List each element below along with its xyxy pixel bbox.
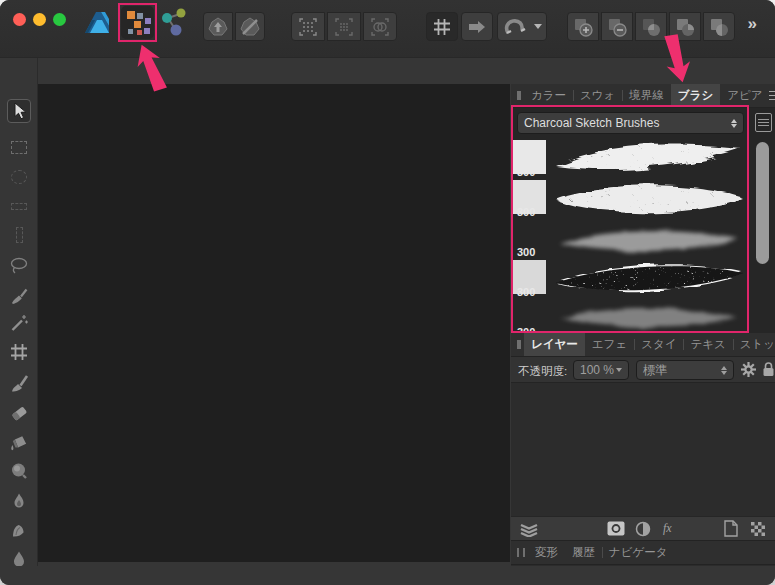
geometry-intersect-button[interactable]	[635, 12, 667, 41]
geometry-combine-button[interactable]	[703, 12, 735, 41]
marquee-circles-button[interactable]	[363, 12, 397, 41]
move-tool[interactable]	[7, 99, 31, 123]
studio-panels: カラー スウォ 境界線 ブラシ アピア Charcoal Sketch Brus…	[511, 84, 775, 566]
tab-stroke[interactable]: 境界線	[622, 84, 671, 107]
layer-options-row: 不透明度: 100 % 標準	[511, 357, 775, 383]
snapping-dropdown-caret-icon[interactable]	[534, 24, 542, 29]
tab-styles[interactable]: スタイ	[634, 333, 683, 356]
ellipse-marquee-tool[interactable]	[7, 165, 31, 189]
tab-swatches[interactable]: スウォ	[573, 84, 622, 107]
panel-drag-handle[interactable]	[517, 340, 521, 349]
rect-marquee-tool[interactable]	[7, 135, 31, 159]
brush-size-label: 300	[517, 166, 535, 178]
freehand-select-tool[interactable]	[7, 253, 31, 277]
panel-menu-button[interactable]	[769, 84, 775, 107]
brushes-panel: Charcoal Sketch Brushes 300 300 30	[511, 108, 775, 333]
geometry-add-button[interactable]	[567, 12, 599, 41]
erase-tool[interactable]	[7, 401, 31, 425]
brush-stroke-preview	[553, 219, 747, 259]
lock-icon[interactable]	[762, 361, 775, 380]
toolbar-overflow-chevron[interactable]: »	[748, 14, 757, 34]
brush-stroke-preview	[553, 299, 747, 333]
geometry-divide-button[interactable]	[669, 12, 701, 41]
new-layer-icon[interactable]	[724, 520, 738, 537]
snapping-magnet-button[interactable]	[497, 12, 547, 41]
screenshot: »	[0, 0, 775, 585]
tab-color[interactable]: カラー	[524, 84, 573, 107]
studio-tabrow-bottom: 変形 履歴 ナビゲータ	[511, 540, 775, 565]
tab-layers[interactable]: レイヤー	[524, 333, 585, 356]
tab-brushes[interactable]: ブラシ	[671, 84, 720, 107]
app-window: »	[0, 0, 775, 585]
new-pixel-layer-icon[interactable]	[750, 521, 766, 537]
tab-transform[interactable]: 変形	[528, 541, 565, 564]
adjustment-layer-icon[interactable]	[635, 521, 651, 537]
brush-stroke-preview	[553, 259, 747, 299]
window-bottom-chrome	[0, 566, 775, 585]
studio-tabrow-layers: レイヤー エフェ スタイ テキス ストッ	[511, 333, 775, 357]
export-persona-icon[interactable]	[160, 8, 188, 42]
flood-fill-tool[interactable]	[7, 431, 31, 455]
brush-item[interactable]: 300	[511, 179, 749, 219]
brush-stroke-preview	[553, 179, 747, 219]
insert-buttons-group	[203, 12, 265, 41]
marquee-dots-button[interactable]	[327, 12, 361, 41]
tab-appearance[interactable]: アピア	[720, 84, 769, 107]
paint-brush-tool[interactable]	[7, 371, 31, 395]
caret-down-icon	[616, 368, 622, 372]
marquee-grid-button[interactable]	[291, 12, 325, 41]
selection-mode-group	[291, 12, 397, 41]
brush-category-select[interactable]: Charcoal Sketch Brushes	[517, 112, 744, 134]
crop-tool[interactable]	[7, 340, 31, 364]
pixel-persona-icon[interactable]	[121, 6, 154, 39]
top-toolbar: »	[0, 0, 775, 58]
brush-size-label: 300	[517, 246, 535, 258]
tab-history[interactable]: 履歴	[565, 541, 602, 564]
tab-text[interactable]: テキス	[683, 333, 732, 356]
layer-list[interactable]	[511, 383, 775, 516]
column-marquee-tool[interactable]	[7, 223, 31, 247]
brush-size-label: 300	[517, 206, 535, 218]
burn-tool[interactable]	[7, 489, 31, 513]
studio-tabrow-top: カラー スウォ 境界線 ブラシ アピア	[511, 84, 775, 108]
fx-icon[interactable]: fx	[663, 521, 672, 536]
stack-layers-icon[interactable]	[519, 521, 539, 537]
panel-drag-handle[interactable]	[517, 548, 525, 557]
tab-stock[interactable]: ストッ	[733, 333, 775, 356]
zoom-button[interactable]	[53, 13, 66, 26]
brush-scrollbar-thumb[interactable]	[756, 142, 769, 264]
move-to-button[interactable]	[461, 12, 493, 41]
select-stepper-icon	[721, 366, 727, 375]
geometry-subtract-button[interactable]	[601, 12, 633, 41]
brush-stroke-preview	[553, 139, 747, 179]
opacity-select[interactable]: 100 %	[573, 360, 629, 380]
opacity-label: 不透明度:	[518, 364, 567, 379]
tools-sidebar	[0, 58, 38, 566]
tab-navigator[interactable]: ナビゲータ	[602, 541, 675, 564]
selection-brush-tool[interactable]	[7, 283, 31, 307]
geometry-group	[567, 12, 735, 41]
select-stepper-icon	[731, 119, 737, 128]
brush-item[interactable]: 300	[511, 219, 749, 259]
smudge-tool[interactable]	[7, 517, 31, 541]
dodge-tool[interactable]	[7, 459, 31, 483]
blend-options-gear-icon[interactable]	[740, 361, 757, 380]
insert-inside-button[interactable]	[203, 12, 233, 41]
insert-slash-button[interactable]	[235, 12, 265, 41]
row-marquee-tool[interactable]	[7, 194, 31, 218]
brush-list-view-button[interactable]	[755, 113, 772, 132]
layers-bottom-bar: fx	[511, 516, 775, 540]
blend-mode-select[interactable]: 標準	[636, 360, 734, 380]
document-canvas[interactable]	[38, 84, 510, 562]
brush-item[interactable]: 300	[511, 139, 749, 179]
brush-item[interactable]: 300	[511, 259, 749, 299]
close-button[interactable]	[13, 13, 26, 26]
grid-toggle-button[interactable]	[426, 12, 458, 41]
panel-drag-handle[interactable]	[517, 91, 521, 100]
mask-layer-icon[interactable]	[607, 521, 625, 536]
affinity-designer-logo	[84, 7, 110, 38]
tab-effects[interactable]: エフェ	[585, 333, 634, 356]
flood-select-tool[interactable]	[7, 311, 31, 335]
minimize-button[interactable]	[33, 13, 46, 26]
hamburger-icon	[769, 91, 775, 100]
